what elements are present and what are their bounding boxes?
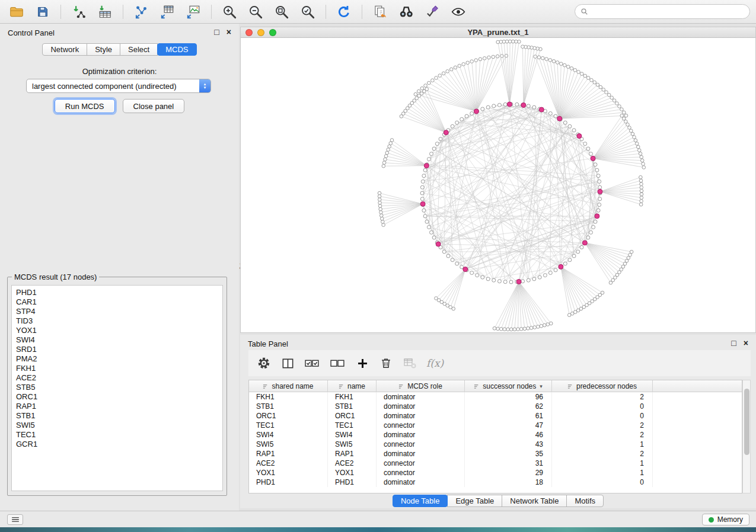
mcds-result-item[interactable]: SWI5 [16, 421, 222, 430]
mcds-result-item[interactable]: TEC1 [16, 430, 222, 440]
tab-node-table[interactable]: Node Table [393, 495, 448, 507]
unselect-all-button[interactable] [330, 355, 346, 371]
table-row[interactable]: ACE2ACE2connector311 [249, 459, 742, 468]
export-image-button[interactable] [183, 3, 204, 21]
mcds-result-item[interactable]: TID3 [16, 316, 222, 326]
table-cell: 96 [465, 392, 552, 402]
network-window: YPA_prune.txt_1 [240, 27, 756, 333]
table-row[interactable]: PHD1PHD1dominator180 [249, 477, 742, 487]
status-menu-button[interactable] [7, 514, 23, 525]
column-header-shared-name[interactable]: shared name [249, 380, 328, 392]
table-cell: 35 [465, 449, 552, 459]
table-cell: TEC1 [249, 421, 328, 430]
selected-option-label: largest connected component (undirected) [32, 82, 177, 91]
table-row[interactable]: ORC1ORC1dominator610 [249, 411, 742, 421]
annotation-button[interactable] [422, 3, 443, 21]
mcds-result-item[interactable]: RAP1 [16, 402, 222, 411]
tab-network[interactable]: Network [42, 43, 87, 56]
mcds-result-item[interactable]: STP4 [16, 307, 222, 316]
mcds-result-item[interactable]: SRD1 [16, 345, 222, 354]
toolbar-separator [211, 5, 212, 19]
mcds-result-item[interactable]: PHD1 [16, 288, 222, 297]
column-header-name[interactable]: name [328, 380, 377, 392]
run-mcds-button[interactable]: Run MCDS [55, 99, 115, 113]
mcds-result-item[interactable]: SWI4 [16, 335, 222, 345]
mcds-result-item[interactable]: PMA2 [16, 354, 222, 364]
control-panel-tabs: NetworkStyleSelectMCDS [0, 43, 239, 56]
table-row[interactable]: STB1STB1dominator620 [249, 402, 742, 411]
save-session-button[interactable] [32, 3, 53, 21]
toolbar-separator [326, 5, 326, 19]
table-cell: YOX1 [328, 468, 377, 477]
mcds-result-item[interactable]: YOX1 [16, 326, 222, 335]
open-file-button[interactable] [6, 3, 27, 21]
mcds-result-item[interactable]: ORC1 [16, 392, 222, 402]
first-neighbors-button[interactable] [395, 3, 417, 21]
table-cell: SWI5 [249, 440, 328, 449]
tab-motifs[interactable]: Motifs [566, 495, 604, 507]
tab-network-table[interactable]: Network Table [502, 495, 567, 507]
table-cell-filler [653, 430, 742, 440]
zoom-in-button[interactable] [219, 3, 240, 21]
table-row[interactable]: SWI5SWI5connector431 [249, 440, 742, 449]
table-settings-button[interactable] [257, 355, 271, 371]
tab-select[interactable]: Select [120, 43, 158, 56]
close-window-button[interactable] [245, 29, 253, 36]
table-cell: YOX1 [249, 468, 328, 477]
select-all-icon [304, 357, 320, 370]
table-cell: dominator [377, 402, 465, 411]
zoom-fit-icon [274, 4, 289, 20]
zoom-selected-button[interactable] [297, 3, 318, 21]
close-panel-button[interactable]: Close panel [123, 99, 185, 113]
add-row-button[interactable] [355, 355, 369, 371]
network-canvas[interactable] [241, 38, 755, 332]
mcds-result-item[interactable]: GCR1 [16, 440, 222, 449]
close-panel-icon[interactable]: × [744, 338, 748, 348]
delete-row-button[interactable] [379, 355, 393, 371]
toolbar-separator [123, 5, 123, 19]
table-row[interactable]: TEC1TEC1connector472 [249, 421, 742, 430]
table-cell: 29 [465, 468, 552, 477]
table-row[interactable]: RAP1RAP1dominator352 [249, 449, 742, 459]
select-all-button[interactable] [304, 355, 320, 371]
maximize-window-button[interactable] [269, 29, 276, 36]
table-cell: 61 [465, 411, 552, 421]
new-table-button[interactable] [157, 3, 178, 21]
column-header-mcds-role[interactable]: MCDS role [377, 380, 465, 392]
column-header-successor-nodes[interactable]: successor nodes▾ [465, 380, 552, 392]
mcds-result-item[interactable]: ACE2 [16, 373, 222, 383]
import-network-from-file-button[interactable] [68, 3, 90, 21]
tab-style[interactable]: Style [87, 43, 120, 56]
scrollbar-thumb[interactable] [744, 389, 749, 455]
refresh-view-button[interactable] [333, 3, 355, 21]
memory-button[interactable]: Memory [702, 514, 749, 525]
new-network-button[interactable] [130, 3, 152, 21]
mcds-result-item[interactable]: CAR1 [16, 297, 222, 307]
table-row[interactable]: SWI4SWI4dominator462 [249, 430, 742, 440]
float-panel-icon[interactable]: □ [214, 27, 219, 37]
table-scrollbar[interactable] [742, 380, 751, 493]
tab-edge-table[interactable]: Edge Table [447, 495, 502, 507]
optimization-criterion-select[interactable]: largest connected component (undirected)… [26, 79, 211, 93]
close-panel-icon[interactable]: × [227, 27, 231, 37]
column-header-predecessor-nodes[interactable]: predecessor nodes [552, 380, 653, 392]
zoom-out-button[interactable] [245, 3, 266, 21]
table-cell: FKH1 [328, 392, 377, 402]
split-columns-button[interactable] [280, 355, 295, 371]
float-panel-icon[interactable]: □ [731, 338, 736, 348]
import-table-from-file-button[interactable] [94, 3, 116, 21]
tab-mcds[interactable]: MCDS [157, 43, 196, 56]
clone-network-button[interactable] [369, 3, 391, 21]
show-hide-button[interactable] [448, 3, 469, 21]
minimize-window-button[interactable] [257, 29, 264, 36]
search-input[interactable] [592, 7, 744, 17]
mcds-result-item[interactable]: STB5 [16, 383, 222, 392]
mcds-result-item[interactable]: FKH1 [16, 364, 222, 373]
table-row[interactable]: YOX1YOX1connector291 [249, 468, 742, 477]
table-cell: 43 [465, 440, 552, 449]
table-panel: Table Panel □ × f(x) shared namenameMCDS… [240, 335, 756, 508]
mcds-result-item[interactable]: STB1 [16, 411, 222, 421]
table-row[interactable]: FKH1FKH1dominator962 [249, 392, 742, 402]
network-window-titlebar[interactable]: YPA_prune.txt_1 [241, 27, 755, 38]
zoom-fit-button[interactable] [271, 3, 292, 21]
